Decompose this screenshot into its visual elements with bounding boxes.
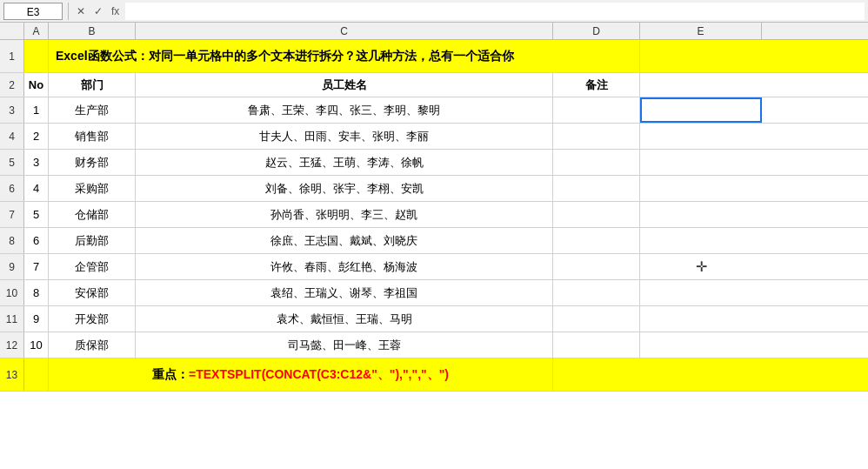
formula-bar: E3 ✕ ✓ fx: [0, 0, 868, 23]
cell-b10[interactable]: 安保部: [49, 280, 136, 305]
cell-reference-box[interactable]: E3: [3, 3, 63, 20]
cell-e6[interactable]: [640, 176, 762, 201]
cell-a13[interactable]: [24, 358, 49, 391]
sheet-row-9: 9 7 企管部 许攸、春雨、彭红艳、杨海波 ✛: [0, 254, 868, 280]
cell-c10[interactable]: 袁绍、王瑞义、谢琴、李祖国: [136, 280, 553, 305]
cell-d8[interactable]: [553, 228, 640, 253]
cell-a7[interactable]: 5: [24, 202, 49, 227]
row-num-8: 8: [0, 228, 24, 253]
col-header-a[interactable]: A: [24, 23, 49, 39]
cell-a9[interactable]: 7: [24, 254, 49, 279]
cell-a11[interactable]: 9: [24, 306, 49, 332]
sheet-row-3: 3 1 生产部 鲁肃、王荣、李四、张三、李明、黎明: [0, 97, 868, 124]
cell-a1[interactable]: [24, 40, 49, 72]
cell-d12[interactable]: [553, 332, 640, 358]
row-num-6: 6: [0, 176, 24, 201]
cell-c8[interactable]: 徐庶、王志国、戴斌、刘晓庆: [136, 228, 553, 253]
cell-b2[interactable]: 部门: [49, 73, 136, 97]
cell-e13[interactable]: [553, 358, 675, 391]
sheet-row-10: 10 8 安保部 袁绍、王瑞义、谢琴、李祖国: [0, 280, 868, 306]
spreadsheet: A B C D E 1 Excel函数公式：对同一单元格中的多个文本进行拆分？这…: [0, 23, 868, 392]
cell-d11[interactable]: [553, 306, 640, 332]
cell-c12[interactable]: 司马懿、田一峰、王蓉: [136, 332, 553, 358]
cell-a8[interactable]: 6: [24, 228, 49, 253]
sheet-row-12: 12 10 质保部 司马懿、田一峰、王蓉: [0, 332, 868, 358]
cell-b6[interactable]: 采购部: [49, 176, 136, 201]
cell-d2[interactable]: 备注: [553, 73, 640, 97]
formula-content: =TEXTSPLIT(CONCAT(C3:C12&"、"),",","、"): [189, 367, 449, 383]
row-num-2: 2: [0, 73, 24, 97]
cell-d3[interactable]: [553, 97, 640, 123]
sheet-row-11: 11 9 开发部 袁术、戴恒恒、王瑞、马明: [0, 306, 868, 332]
cell-d9[interactable]: [553, 254, 640, 279]
cell-e11[interactable]: [640, 306, 762, 332]
cell-b11[interactable]: 开发部: [49, 306, 136, 332]
cell-e10[interactable]: [640, 280, 762, 305]
cell-c9[interactable]: 许攸、春雨、彭红艳、杨海波: [136, 254, 553, 279]
cell-a5[interactable]: 3: [24, 150, 49, 175]
formula-input[interactable]: [125, 3, 865, 20]
column-header-row: A B C D E: [0, 23, 868, 40]
cell-b7[interactable]: 仓储部: [49, 202, 136, 227]
row-num-7: 7: [0, 202, 24, 227]
sheet-row-13: 13 重点： =TEXTSPLIT(CONCAT(C3:C12&"、"),","…: [0, 358, 868, 392]
cell-d7[interactable]: [553, 202, 640, 227]
cell-a2[interactable]: No: [24, 73, 49, 97]
row-num-4: 4: [0, 124, 24, 149]
cell-b12[interactable]: 质保部: [49, 332, 136, 358]
cell-d4[interactable]: [553, 124, 640, 149]
cancel-icon[interactable]: ✕: [74, 5, 88, 17]
cell-d6[interactable]: [553, 176, 640, 201]
cell-c6[interactable]: 刘备、徐明、张宇、李栩、安凯: [136, 176, 553, 201]
sheet-row-8: 8 6 后勤部 徐庶、王志国、戴斌、刘晓庆: [0, 228, 868, 254]
formula-label-prefix: 重点：: [152, 367, 189, 383]
cell-e1[interactable]: [640, 40, 762, 72]
cell-title-merged: Excel函数公式：对同一单元格中的多个文本进行拆分？这几种方法，总有一个适合你: [49, 40, 640, 72]
sheet-row-7: 7 5 仓储部 孙尚香、张明明、李三、赵凯: [0, 202, 868, 228]
cell-formula-merged: 重点： =TEXTSPLIT(CONCAT(C3:C12&"、"),",","、…: [49, 358, 553, 391]
row-num-10: 10: [0, 280, 24, 305]
cell-a3[interactable]: 1: [24, 97, 49, 123]
col-header-c[interactable]: C: [136, 23, 553, 39]
cell-b3[interactable]: 生产部: [49, 97, 136, 123]
function-icon[interactable]: fx: [109, 5, 122, 17]
row-num-header-corner: [0, 23, 24, 39]
cell-a10[interactable]: 8: [24, 280, 49, 305]
row-num-5: 5: [0, 150, 24, 175]
cell-e7[interactable]: [640, 202, 762, 227]
row-num-3: 3: [0, 97, 24, 123]
cell-c3[interactable]: 鲁肃、王荣、李四、张三、李明、黎明: [136, 97, 553, 123]
col-header-d[interactable]: D: [553, 23, 640, 39]
cell-c7[interactable]: 孙尚香、张明明、李三、赵凯: [136, 202, 553, 227]
col-header-e[interactable]: E: [640, 23, 762, 39]
cell-e5[interactable]: [640, 150, 762, 175]
row-num-9: 9: [0, 254, 24, 279]
cell-b4[interactable]: 销售部: [49, 124, 136, 149]
cell-c4[interactable]: 甘夫人、田雨、安丰、张明、李丽: [136, 124, 553, 149]
cell-e2[interactable]: [640, 73, 762, 97]
cell-e3[interactable]: [640, 97, 762, 123]
sheet-row-6: 6 4 采购部 刘备、徐明、张宇、李栩、安凯: [0, 176, 868, 202]
row-num-1: 1: [0, 40, 24, 72]
cell-a12[interactable]: 10: [24, 332, 49, 358]
cursor-cross-icon: ✛: [645, 256, 757, 278]
cell-a6[interactable]: 4: [24, 176, 49, 201]
cell-b9[interactable]: 企管部: [49, 254, 136, 279]
cell-c11[interactable]: 袁术、戴恒恒、王瑞、马明: [136, 306, 553, 332]
cell-c5[interactable]: 赵云、王猛、王萌、李涛、徐帆: [136, 150, 553, 175]
cell-b5[interactable]: 财务部: [49, 150, 136, 175]
cell-b8[interactable]: 后勤部: [49, 228, 136, 253]
col-header-b[interactable]: B: [49, 23, 136, 39]
cell-d5[interactable]: [553, 150, 640, 175]
cell-e9[interactable]: ✛: [640, 254, 762, 279]
sheet-row-2: 2 No 部门 员工姓名 备注: [0, 73, 868, 97]
cell-c2[interactable]: 员工姓名: [136, 73, 553, 97]
cell-e4[interactable]: [640, 124, 762, 149]
sheet-row-5: 5 3 财务部 赵云、王猛、王萌、李涛、徐帆: [0, 150, 868, 176]
cell-a4[interactable]: 2: [24, 124, 49, 149]
cell-e8[interactable]: [640, 228, 762, 253]
cell-d10[interactable]: [553, 280, 640, 305]
confirm-icon[interactable]: ✓: [91, 5, 105, 17]
cell-e12[interactable]: [640, 332, 762, 358]
sheet-row-1: 1 Excel函数公式：对同一单元格中的多个文本进行拆分？这几种方法，总有一个适…: [0, 40, 868, 73]
